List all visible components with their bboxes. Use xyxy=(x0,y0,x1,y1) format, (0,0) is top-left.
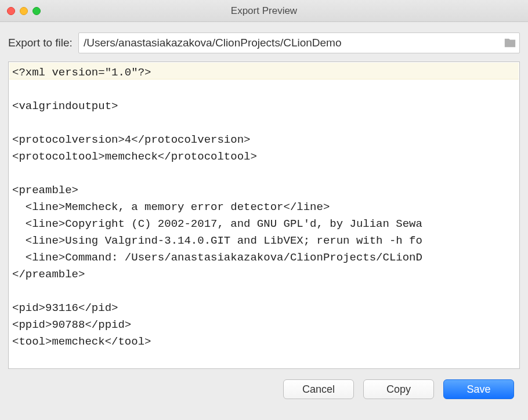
button-row: Cancel Copy Save xyxy=(8,379,520,399)
minimize-window-button[interactable] xyxy=(20,7,28,15)
dialog-content: Export to file: <?xml version="1.0"?> <v… xyxy=(0,22,528,406)
titlebar: Export Preview xyxy=(0,0,528,22)
export-path-input[interactable] xyxy=(84,37,503,49)
traffic-lights xyxy=(7,7,41,15)
export-to-file-label: Export to file: xyxy=(8,37,73,49)
cancel-button[interactable]: Cancel xyxy=(283,379,354,399)
preview-text-content: <?xml version="1.0"?> <valgrindoutput> <… xyxy=(9,62,519,353)
window-title: Export Preview xyxy=(0,5,528,17)
preview-text-area[interactable]: <?xml version="1.0"?> <valgrindoutput> <… xyxy=(8,61,520,369)
copy-button[interactable]: Copy xyxy=(363,379,434,399)
export-path-field-wrap xyxy=(78,32,520,53)
close-window-button[interactable] xyxy=(7,7,15,15)
maximize-window-button[interactable] xyxy=(32,7,41,15)
browse-folder-icon[interactable] xyxy=(503,36,517,50)
save-button[interactable]: Save xyxy=(443,379,514,399)
export-to-file-row: Export to file: xyxy=(8,32,520,53)
